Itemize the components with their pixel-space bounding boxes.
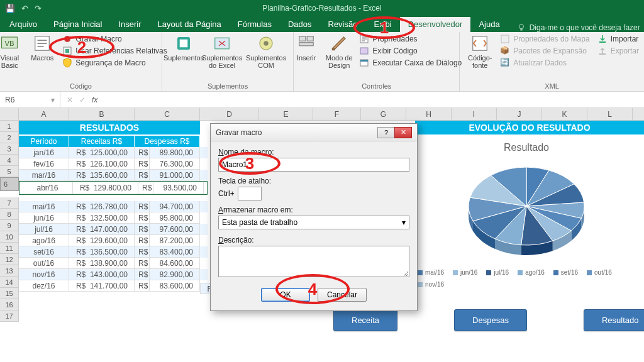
col-header-K[interactable]: K xyxy=(542,108,587,121)
exibir-codigo-button[interactable]: Exibir Código xyxy=(359,46,462,56)
tab-inserir[interactable]: Inserir xyxy=(110,17,149,32)
suplementos-excel-button[interactable]: Suplementos do Excel xyxy=(201,34,243,69)
row-header-7[interactable]: 7 xyxy=(0,197,19,209)
tab-desenvolvedor[interactable]: Desenvolvedor xyxy=(400,17,471,32)
table-row[interactable]: mar/16R$135.600,00R$91.000,00 xyxy=(19,170,208,181)
col-header-E[interactable]: E xyxy=(259,108,313,121)
table-row[interactable]: abr/16R$129.800,00R$93.500,00 xyxy=(19,181,208,195)
ok-button[interactable]: OK xyxy=(261,288,310,302)
suplementos-com-button[interactable]: Suplementos COM xyxy=(245,34,287,69)
modo-design-button[interactable]: Modo de Design xyxy=(324,34,354,69)
chevron-down-icon[interactable]: ▾ xyxy=(51,96,55,104)
gravar-macro-button[interactable]: Gravar Macro xyxy=(62,34,167,44)
col-header-G[interactable]: G xyxy=(361,108,406,121)
row-header-13[interactable]: 13 xyxy=(0,265,19,277)
col-header-I[interactable]: I xyxy=(452,108,497,121)
cancel-icon[interactable]: ✕ xyxy=(67,96,73,104)
tab-ajuda[interactable]: Ajuda xyxy=(470,17,508,32)
col-header-C[interactable]: C xyxy=(135,108,200,121)
importar-button[interactable]: Importar xyxy=(597,34,639,44)
table-row[interactable]: dez/16R$141.700,00R$83.600,00 xyxy=(19,280,208,292)
table-row[interactable]: out/16R$138.900,00R$84.600,00 xyxy=(19,258,208,269)
atalho-input[interactable] xyxy=(238,187,262,200)
propriedades-button[interactable]: Propriedades xyxy=(359,34,462,44)
table-row[interactable]: jul/16R$147.000,00R$97.600,00 xyxy=(19,224,208,235)
despesas-button[interactable]: Despesas xyxy=(454,309,527,331)
app-title: Planilha-Grafico-Resultados - Excel xyxy=(262,4,381,13)
fx-icon[interactable]: fx xyxy=(92,96,97,104)
macros-button[interactable]: Macros xyxy=(27,34,57,62)
enter-icon[interactable]: ✓ xyxy=(79,96,86,104)
tab-revisão[interactable]: Revisão xyxy=(320,17,366,32)
table-row[interactable]: mai/16R$126.780,00R$94.700,00 xyxy=(19,201,208,212)
name-box[interactable]: R6▾ xyxy=(0,92,60,107)
resultado-button[interactable]: Resultado xyxy=(584,309,644,331)
tab-arquivo[interactable]: Arquivo xyxy=(1,17,45,32)
redo-icon[interactable]: ↷ xyxy=(35,4,42,13)
exportar-button: Exportar xyxy=(597,46,639,56)
col-header-J[interactable]: J xyxy=(497,108,542,121)
nome-macro-input[interactable] xyxy=(218,158,409,172)
row-header-1[interactable]: 1 xyxy=(0,121,19,132)
col-header-M[interactable]: M xyxy=(633,108,644,121)
visual-basic-button[interactable]: VB Visual Basic xyxy=(0,34,25,69)
row-header-17[interactable]: 17 xyxy=(0,310,19,322)
tab-layout-da-página[interactable]: Layout da Página xyxy=(150,17,230,32)
row-header-16[interactable]: 16 xyxy=(0,299,19,310)
suplementos-button[interactable]: Suplementos xyxy=(169,34,199,62)
descricao-input[interactable] xyxy=(218,246,409,277)
dialog-titlebar[interactable]: Gravar macro ? ✕ xyxy=(211,124,417,141)
table-row[interactable]: jun/16R$132.500,00R$95.800,00 xyxy=(19,212,208,224)
row-header-15[interactable]: 15 xyxy=(0,288,19,299)
executar-dialogo-button[interactable]: Executar Caixa de Diálogo xyxy=(359,58,462,68)
table-row[interactable]: ago/16R$129.600,00R$87.200,00 xyxy=(19,235,208,246)
tab-exibi[interactable]: Exibi xyxy=(365,17,399,32)
legend-item: nov/16 xyxy=(418,281,444,288)
row-header-14[interactable]: 14 xyxy=(0,277,19,288)
cancelar-button[interactable]: Cancelar xyxy=(318,288,367,302)
armazenar-label: Armazenar macro em: xyxy=(218,206,409,214)
row-header-4[interactable]: 4 xyxy=(0,155,19,166)
tab-fórmulas[interactable]: Fórmulas xyxy=(230,17,280,32)
legend-item: ago/16 xyxy=(518,269,545,276)
close-icon[interactable]: ✕ xyxy=(394,127,412,138)
chart-resultado[interactable]: Resultado mai/16 jun/16 jul/16 ago/16 se… xyxy=(415,142,638,303)
inserir-controle-button[interactable]: Inserir xyxy=(291,34,321,62)
receita-button[interactable]: Receita xyxy=(333,309,397,331)
row-header-11[interactable]: 11 xyxy=(0,243,19,254)
row-header-5[interactable]: 5 xyxy=(0,166,19,177)
row-header-2[interactable]: 2 xyxy=(0,132,19,143)
row-header-12[interactable]: 12 xyxy=(0,254,19,265)
col-header-D[interactable]: D xyxy=(200,108,259,121)
row-header-8[interactable]: 8 xyxy=(0,209,19,220)
tab-dados[interactable]: Dados xyxy=(280,17,320,32)
table-row[interactable]: nov/16R$143.000,00R$82.900,00 xyxy=(19,269,208,280)
select-all-corner[interactable] xyxy=(0,108,19,121)
tab-página-inicial[interactable]: Página Inicial xyxy=(45,17,110,32)
tell-me-text[interactable]: Diga-me o que você deseja fazer xyxy=(530,23,640,32)
table-row[interactable]: fev/16R$126.100,00R$76.300,00 xyxy=(19,158,208,170)
usar-referencias-button[interactable]: Usar Referências Relativas xyxy=(62,46,167,56)
row-header-10[interactable]: 10 xyxy=(0,231,19,243)
undo-icon[interactable]: ↶ xyxy=(21,4,28,13)
armazenar-select[interactable]: Esta pasta de trabalho ▾ xyxy=(218,216,409,229)
data-table[interactable]: jan/16R$125.000,00R$89.800,00fev/16R$126… xyxy=(19,147,208,292)
formula-input[interactable] xyxy=(104,92,644,107)
row-header-9[interactable]: 9 xyxy=(0,220,19,231)
codigo-fonte-button[interactable]: Código-fonte xyxy=(465,34,495,69)
col-header-A[interactable]: A xyxy=(19,108,69,121)
group-label-suplementos: Suplementos xyxy=(208,82,248,91)
table-row[interactable]: jan/16R$125.000,00R$89.800,00 xyxy=(19,147,208,158)
save-icon[interactable]: 💾 xyxy=(5,4,15,13)
row-header-6[interactable]: 6 xyxy=(0,177,19,191)
chevron-down-icon[interactable]: ▾ xyxy=(402,218,406,227)
col-header-B[interactable]: B xyxy=(69,108,135,121)
svg-point-11 xyxy=(264,41,269,46)
row-header-3[interactable]: 3 xyxy=(0,143,19,155)
help-icon[interactable]: ? xyxy=(377,127,395,138)
col-header-L[interactable]: L xyxy=(587,108,633,121)
seguranca-macro-button[interactable]: Segurança de Macro xyxy=(62,58,167,68)
col-header-H[interactable]: H xyxy=(406,108,452,121)
col-header-F[interactable]: F xyxy=(313,108,361,121)
table-row[interactable]: set/16R$136.500,00R$83.400,00 xyxy=(19,246,208,258)
